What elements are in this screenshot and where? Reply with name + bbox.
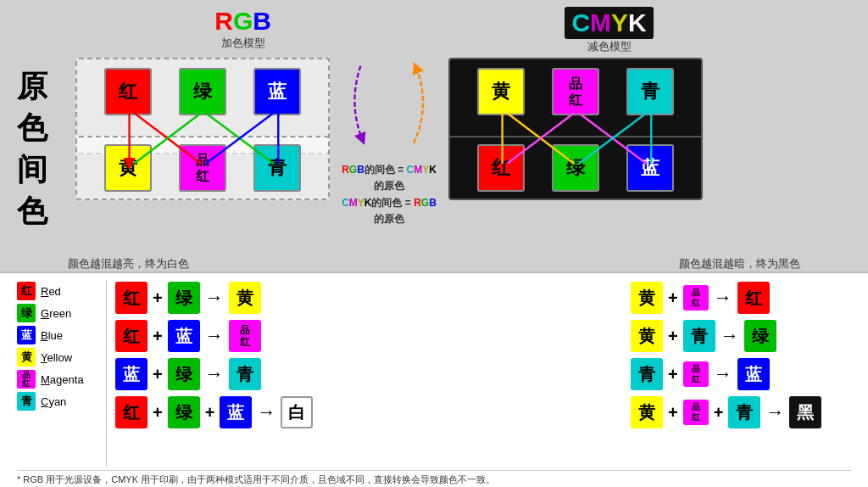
legend-item-magenta: 品红 Magenta	[17, 370, 97, 389]
cmyk-formula-row-3: 青 + 品红 → 蓝	[631, 358, 851, 390]
rgb-primary-red: 红	[104, 68, 152, 115]
formula-row-2: 红 + 蓝 → 品红	[115, 320, 313, 352]
legend-item-yellow: 黄 Yellow	[17, 348, 97, 367]
footnote: * RGB 用于光源设备，CMYK 用于印刷，由于两种模式适用于不同介质，且色域…	[17, 470, 851, 486]
cmyk-primary-yellow: 黄	[477, 68, 525, 115]
formula-row-4: 红 + 绿 + 蓝 → 白	[115, 396, 313, 428]
rgb-model-header: RGB 加色模型	[214, 7, 271, 54]
rgb-secondary-yellow: 黄	[104, 144, 152, 192]
cmyk-model-header: CMYK 减色模型	[565, 7, 653, 54]
rgb-primary-green: 绿	[179, 68, 226, 115]
legend-item-red: 红 Red	[17, 282, 97, 300]
cmyk-formula-row-2: 黄 + 青 → 绿	[631, 320, 851, 352]
cmyk-secondary-blue: 蓝	[626, 144, 674, 192]
rgb-secondary-cyan: 青	[253, 144, 301, 192]
rgb-bottom-text: 颜色越混越亮，终为白色	[68, 256, 189, 271]
primary-label: 原色	[17, 66, 64, 149]
rgb-formulas: 红 + 绿 → 黄 红 + 蓝 → 品红 蓝 + 绿	[115, 280, 313, 467]
rgb-secondary-magenta: 品红	[179, 144, 226, 192]
secondary-label: 间色	[17, 149, 64, 232]
cmyk-title: CMYK	[565, 7, 653, 39]
cmyk-formulas: 黄 + 品红 → 红 黄 + 青 → 绿 青 + 品	[631, 280, 851, 467]
bottom-section: 红 Red 绿 Green 蓝 Blue 黄 Yellow 品红 Magen	[0, 271, 868, 487]
legend-item-green: 绿 Green	[17, 304, 97, 322]
rgb-subtitle: 加色模型	[214, 36, 271, 51]
cmyk-secondary-red: 红	[477, 144, 525, 192]
rgb-diagram: 红 绿 蓝 黄 品红 青	[75, 58, 330, 200]
top-section: RGB 加色模型 CMYK 减色模型 原色 间色 红	[0, 0, 868, 271]
cmyk-formula-row-4: 黄 + 品红 + 青 → 黑	[631, 396, 851, 428]
cmyk-diagram: 黄 品红 青 红 绿 蓝	[448, 58, 703, 200]
rgb-title: RGB	[214, 7, 271, 36]
cmyk-secondary-green: 绿	[552, 144, 599, 192]
legend-item-cyan: 青 Cyan	[17, 392, 97, 411]
rgb-primary-blue: 蓝	[253, 68, 301, 115]
cmyk-bottom-text: 颜色越混越暗，终为黑色	[679, 256, 800, 271]
cmyk-formula-row-1: 黄 + 品红 → 红	[631, 282, 851, 314]
formula-row-3: 蓝 + 绿 → 青	[115, 358, 313, 390]
formula-row-1: 红 + 绿 → 黄	[115, 282, 313, 314]
cmyk-primary-cyan: 青	[626, 68, 674, 115]
center-note: RGB的间色 = CMYK的原色 CMYK的间色 = RGB的原色	[338, 162, 440, 227]
left-labels: 原色 间色	[17, 58, 64, 219]
diagrams-middle: RGB的间色 = CMYK的原色 CMYK的间色 = RGB的原色	[338, 58, 440, 227]
legend-item-blue: 蓝 Blue	[17, 326, 97, 344]
purple-arrows-svg	[342, 58, 436, 155]
cmyk-subtitle: 减色模型	[565, 39, 653, 54]
color-legend: 红 Red 绿 Green 蓝 Blue 黄 Yellow 品红 Magen	[17, 280, 97, 467]
cmyk-primary-magenta: 品红	[552, 68, 599, 115]
rgb-secondaries-row: 黄 品红 青	[75, 136, 330, 200]
top-bottom-texts: 颜色越混越亮，终为白色 颜色越混越暗，终为黑色	[0, 253, 868, 271]
cmyk-secondaries-row: 红 绿 蓝	[448, 136, 703, 200]
